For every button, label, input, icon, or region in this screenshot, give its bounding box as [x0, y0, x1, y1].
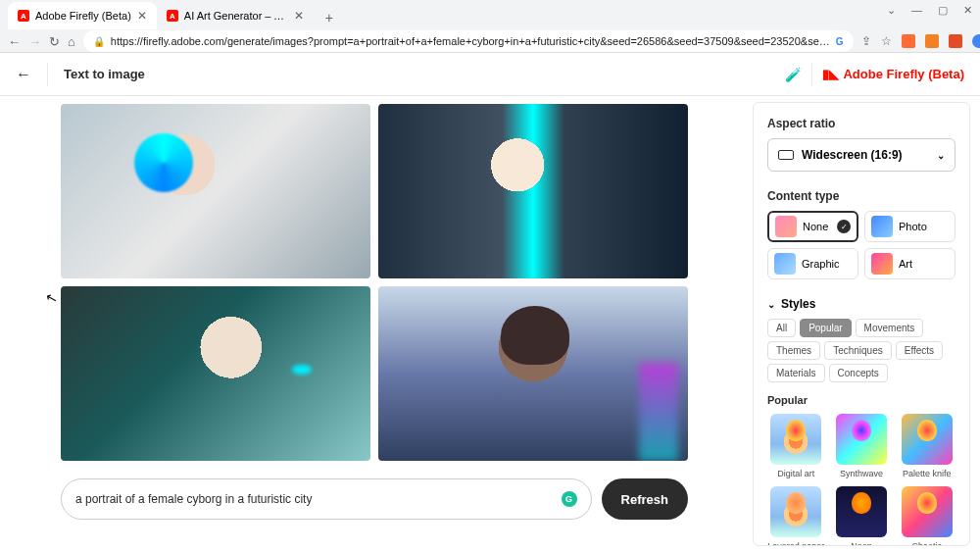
aspect-ratio-select[interactable]: Widescreen (16:9) ⌄	[767, 138, 956, 172]
extension-icon[interactable]	[925, 34, 939, 48]
forward-button[interactable]: →	[28, 31, 41, 51]
style-synthwave[interactable]: Synthwave	[833, 414, 891, 478]
style-layered-paper[interactable]: Layered paper	[767, 486, 825, 546]
window-maximize-icon[interactable]: ▢	[938, 4, 948, 17]
style-neon[interactable]: Neon	[833, 486, 891, 546]
extension-icons: ⇪ ☆ ◉ ✦ ▣ ⋮	[861, 33, 980, 49]
style-tab-techniques[interactable]: Techniques	[824, 341, 892, 360]
aspect-value: Widescreen (16:9)	[802, 148, 903, 162]
content-type-art[interactable]: Art	[864, 248, 956, 279]
style-tab-themes[interactable]: Themes	[767, 341, 820, 360]
browser-chrome: ⌄ — ▢ ✕ A Adobe Firefly (Beta) ✕ A AI Ar…	[0, 0, 980, 53]
star-icon[interactable]: ☆	[881, 34, 892, 48]
aspect-ratio-label: Aspect ratio	[767, 117, 956, 130]
style-name: Chaotic	[911, 541, 942, 546]
url-field[interactable]: 🔒 https://firefly.adobe.com/generate/ima…	[83, 30, 854, 52]
chevron-down-icon: ⌄	[767, 299, 775, 310]
grammarly-icon[interactable]: G	[562, 491, 577, 507]
check-icon: ✓	[837, 220, 851, 233]
style-tab-movements[interactable]: Movements	[856, 319, 924, 337]
home-button[interactable]: ⌂	[68, 31, 75, 51]
style-chaotic[interactable]: Chaotic	[898, 486, 956, 546]
styles-header[interactable]: ⌄ Styles	[767, 297, 956, 311]
google-icon[interactable]: G	[836, 36, 844, 47]
style-thumb-icon	[836, 414, 887, 465]
style-palette-knife[interactable]: Palette knife	[898, 414, 956, 478]
style-tab-effects[interactable]: Effects	[896, 341, 943, 360]
app-toolbar: ← Text to image 🧪 ▮◣ Adobe Firefly (Beta…	[0, 53, 980, 96]
content-type-grid: None ✓ Photo Graphic Art	[767, 211, 956, 279]
beaker-icon[interactable]: 🧪	[785, 67, 802, 82]
url-text: https://firefly.adobe.com/generate/image…	[111, 35, 830, 47]
window-controls: ⌄ — ▢ ✕	[887, 4, 972, 17]
content-type-none[interactable]: None ✓	[767, 211, 858, 242]
content-type-label-text: Graphic	[802, 258, 840, 270]
generated-image[interactable]	[378, 104, 688, 278]
style-name: Layered paper	[767, 541, 824, 546]
browser-tab[interactable]: A AI Art Generator – Adobe Firefly ✕	[157, 2, 314, 29]
divider	[47, 63, 48, 86]
style-grid: Digital art Synthwave Palette knife Laye…	[767, 414, 956, 546]
generated-image[interactable]	[61, 286, 370, 461]
content-type-label-text: Photo	[899, 221, 927, 232]
window-close-icon[interactable]: ✕	[963, 4, 972, 17]
chevron-down-icon: ⌄	[937, 150, 945, 161]
tab-title: AI Art Generator – Adobe Firefly	[184, 10, 288, 22]
tab-close-icon[interactable]: ✕	[137, 9, 147, 23]
favicon-adobe-icon: A	[18, 10, 29, 22]
style-tab-concepts[interactable]: Concepts	[829, 364, 888, 382]
back-arrow-icon[interactable]: ←	[16, 66, 31, 83]
style-digital-art[interactable]: Digital art	[767, 414, 825, 478]
style-tab-materials[interactable]: Materials	[767, 364, 825, 382]
canvas-area: G Refresh	[0, 96, 753, 552]
style-thumb-icon	[902, 486, 953, 537]
style-tab-popular[interactable]: Popular	[800, 319, 851, 337]
settings-panel: Aspect ratio Widescreen (16:9) ⌄ Content…	[753, 102, 970, 546]
share-icon[interactable]: ⇪	[861, 34, 871, 48]
style-thumb-icon	[770, 486, 821, 537]
brand-text: Adobe Firefly (Beta)	[843, 67, 964, 81]
tab-strip: A Adobe Firefly (Beta) ✕ A AI Art Genera…	[0, 0, 980, 29]
window-minimize-icon[interactable]: —	[911, 4, 922, 17]
content-type-label: Content type	[767, 189, 956, 203]
generated-image[interactable]	[378, 286, 688, 461]
styles-label: Styles	[781, 297, 815, 311]
style-tab-all[interactable]: All	[767, 319, 796, 337]
back-button[interactable]: ←	[8, 31, 21, 51]
tab-title: Adobe Firefly (Beta)	[35, 10, 131, 22]
style-thumb-icon	[836, 486, 887, 537]
content-thumb-icon	[871, 216, 893, 237]
divider	[811, 63, 812, 86]
style-thumb-icon	[902, 414, 953, 465]
content-thumb-icon	[775, 216, 797, 237]
main-content: ↖ G Refresh Aspect ratio Widescreen (16:…	[0, 96, 980, 552]
popular-label: Popular	[767, 394, 956, 406]
extension-icon[interactable]	[972, 34, 980, 48]
prompt-bar: G Refresh	[61, 478, 688, 520]
new-tab-button[interactable]: +	[318, 6, 341, 29]
style-name: Palette knife	[903, 469, 952, 478]
content-thumb-icon	[774, 253, 796, 275]
style-name: Synthwave	[840, 469, 883, 478]
style-name: Digital art	[777, 469, 814, 478]
generated-image[interactable]	[61, 104, 370, 278]
browser-tab-active[interactable]: A Adobe Firefly (Beta) ✕	[8, 2, 157, 29]
widescreen-icon	[778, 150, 794, 160]
content-type-label-text: None	[803, 221, 828, 232]
image-grid	[61, 104, 688, 461]
refresh-button[interactable]: Refresh	[602, 478, 688, 520]
prompt-input[interactable]	[75, 492, 554, 506]
prompt-input-wrap: G	[61, 478, 592, 520]
style-thumb-icon	[770, 414, 821, 465]
window-dropdown-icon[interactable]: ⌄	[887, 4, 896, 17]
content-type-photo[interactable]: Photo	[864, 211, 956, 242]
lock-icon: 🔒	[93, 36, 105, 47]
content-type-graphic[interactable]: Graphic	[767, 248, 858, 279]
extension-icon[interactable]	[902, 34, 915, 48]
brand-logo[interactable]: ▮◣ Adobe Firefly (Beta)	[822, 67, 964, 81]
extension-icon[interactable]	[949, 34, 962, 48]
tab-close-icon[interactable]: ✕	[294, 9, 304, 23]
reload-button[interactable]: ↻	[49, 31, 60, 51]
content-thumb-icon	[871, 253, 893, 275]
favicon-adobe-icon: A	[167, 10, 178, 22]
